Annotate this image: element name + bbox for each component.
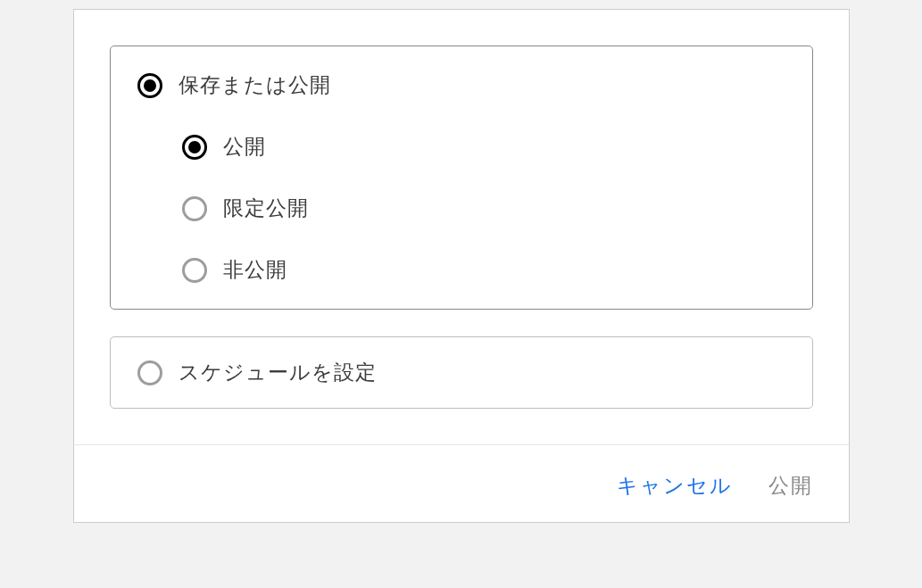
visibility-dialog: 保存または公開 公開 限定公開 非公開 bbox=[73, 9, 850, 523]
radio-unchecked-icon bbox=[182, 258, 207, 283]
publish-button[interactable]: 公開 bbox=[768, 472, 813, 500]
schedule-radio[interactable]: スケジュールを設定 bbox=[137, 359, 785, 386]
cancel-button[interactable]: キャンセル bbox=[617, 472, 733, 500]
save-or-publish-card[interactable]: 保存または公開 公開 限定公開 非公開 bbox=[110, 46, 813, 310]
private-label: 非公開 bbox=[223, 256, 287, 284]
radio-checked-icon bbox=[137, 73, 162, 98]
schedule-label: スケジュールを設定 bbox=[179, 359, 377, 386]
radio-dot-icon bbox=[188, 141, 201, 153]
dialog-footer: キャンセル 公開 bbox=[74, 444, 849, 522]
public-radio[interactable]: 公開 bbox=[182, 133, 785, 161]
save-or-publish-radio[interactable]: 保存または公開 bbox=[137, 71, 785, 99]
schedule-card[interactable]: スケジュールを設定 bbox=[110, 336, 813, 409]
unlisted-label: 限定公開 bbox=[223, 195, 309, 222]
radio-checked-icon bbox=[182, 135, 207, 160]
public-label: 公開 bbox=[223, 133, 266, 161]
visibility-sub-options: 公開 限定公開 非公開 bbox=[182, 133, 785, 284]
private-radio[interactable]: 非公開 bbox=[182, 256, 785, 284]
radio-unchecked-icon bbox=[182, 196, 207, 221]
save-or-publish-label: 保存または公開 bbox=[179, 71, 331, 99]
unlisted-radio[interactable]: 限定公開 bbox=[182, 195, 785, 222]
radio-unchecked-icon bbox=[137, 360, 162, 385]
radio-dot-icon bbox=[144, 79, 156, 92]
